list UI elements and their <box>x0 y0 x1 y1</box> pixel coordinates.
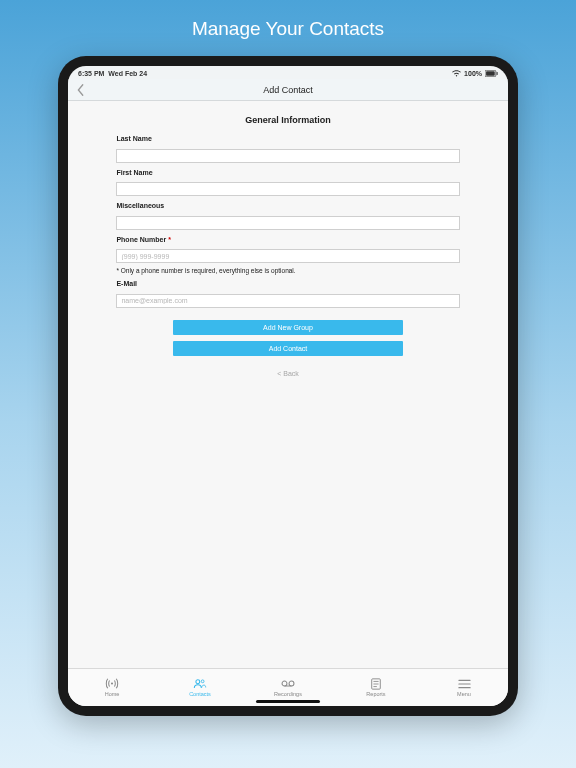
status-date: Wed Feb 24 <box>108 70 147 77</box>
first-name-field[interactable] <box>116 182 459 196</box>
contacts-icon <box>193 678 207 689</box>
last-name-label: Last Name <box>116 135 459 142</box>
tab-contacts[interactable]: Contacts <box>156 669 244 706</box>
status-right: 100% <box>452 70 498 77</box>
wifi-icon <box>452 70 461 77</box>
svg-point-5 <box>201 680 204 683</box>
required-asterisk: * <box>168 236 171 243</box>
svg-point-3 <box>111 682 113 684</box>
back-link[interactable]: < Back <box>116 370 459 377</box>
section-title: General Information <box>68 109 508 135</box>
svg-point-6 <box>282 681 287 686</box>
tab-label: Contacts <box>189 691 211 697</box>
svg-rect-2 <box>497 72 498 75</box>
broadcast-icon <box>105 678 119 689</box>
last-name-field[interactable] <box>116 149 459 163</box>
battery-icon <box>485 70 498 77</box>
tab-menu[interactable]: Menu <box>420 669 508 706</box>
phone-hint: * Only a phone number is required, every… <box>116 267 459 274</box>
back-button[interactable] <box>76 83 86 97</box>
tab-label: Reports <box>366 691 385 697</box>
content: General Information Last Name First Name… <box>68 101 508 668</box>
reports-icon <box>369 678 383 689</box>
add-contact-button[interactable]: Add Contact <box>173 341 403 356</box>
add-group-button[interactable]: Add New Group <box>173 320 403 335</box>
status-bar: 6:35 PM Wed Feb 24 100% <box>68 66 508 79</box>
misc-label: Miscellaneous <box>116 202 459 209</box>
battery-text: 100% <box>464 70 482 77</box>
hero-title: Manage Your Contacts <box>192 18 384 40</box>
svg-point-7 <box>289 681 294 686</box>
status-left: 6:35 PM Wed Feb 24 <box>78 70 147 77</box>
home-indicator[interactable] <box>256 700 320 703</box>
nav-bar: Add Contact <box>68 79 508 101</box>
misc-field[interactable] <box>116 216 459 230</box>
screen: 6:35 PM Wed Feb 24 100% Add Contact Gene… <box>68 66 508 706</box>
status-time: 6:35 PM <box>78 70 104 77</box>
tab-label: Home <box>105 691 120 697</box>
phone-label: Phone Number * <box>116 236 459 243</box>
tab-label: Recordings <box>274 691 302 697</box>
tab-reports[interactable]: Reports <box>332 669 420 706</box>
tab-home[interactable]: Home <box>68 669 156 706</box>
svg-point-4 <box>196 680 200 684</box>
email-field[interactable] <box>116 294 459 308</box>
svg-rect-1 <box>486 71 495 75</box>
menu-icon <box>457 678 471 689</box>
voicemail-icon <box>281 678 295 689</box>
nav-title: Add Contact <box>68 85 508 95</box>
email-label: E-Mail <box>116 280 459 287</box>
form: Last Name First Name Miscellaneous Phone… <box>116 135 459 377</box>
first-name-label: First Name <box>116 169 459 176</box>
tab-label: Menu <box>457 691 471 697</box>
phone-field[interactable] <box>116 249 459 263</box>
tablet-frame: 6:35 PM Wed Feb 24 100% Add Contact Gene… <box>58 56 518 716</box>
